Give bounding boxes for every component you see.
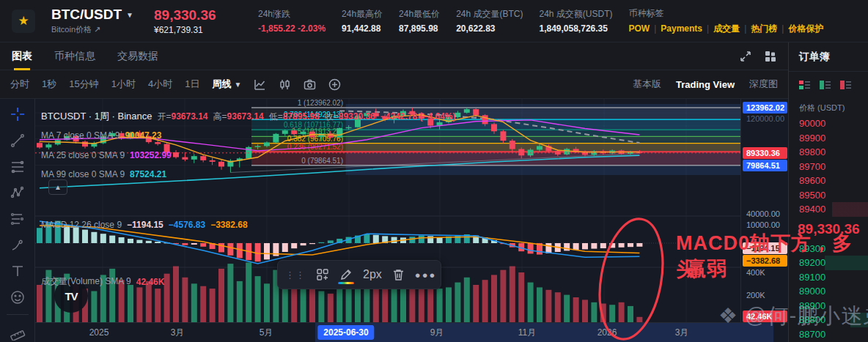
symbol-title[interactable]: BTCUSDT · 1周 · Binance [41,110,152,123]
text-tool[interactable] [5,261,30,281]
ma7-legend[interactable]: MA 7 close 0 SMA 990047.23 [41,130,161,141]
orderbook-both-icon[interactable] [799,80,811,90]
pair-block[interactable]: BTC/USDT▼ Bitcoin价格 ↗ [51,7,138,35]
section-tabs: 图表 币种信息 交易数据 [0,42,788,70]
mode-depth[interactable]: 深度图 [749,78,778,91]
pair-subtitle[interactable]: Bitcoin价格 ↗ [51,24,138,35]
candlestick-icon[interactable] [279,78,291,91]
price-axis-label: 79864.51 [743,160,787,171]
mode-basic[interactable]: 基本版 [633,78,661,91]
tab-trading-data[interactable]: 交易数据 [117,42,158,70]
stat-label: 24h 成交量(BTC) [456,8,523,21]
tag-link[interactable]: POW [629,23,650,34]
price-axis-label: 123962.02 [743,102,787,114]
bid-row[interactable]: 89300 [789,242,868,256]
orderbook-last-price[interactable]: 89,330.36 [789,217,868,242]
time-axis[interactable]: 20253月5月2025-06-309月11月20263月 [35,322,788,342]
trendline-tool[interactable] [5,131,30,151]
orderbook-bids-icon[interactable] [820,80,831,90]
camera-icon[interactable] [304,78,316,91]
bid-row[interactable]: 88700 [789,327,868,342]
tf-minutes[interactable]: 分时 [10,78,29,91]
color-pencil-icon[interactable] [339,268,353,281]
tf-1d[interactable]: 1日 [185,78,199,91]
ruler-tool[interactable] [5,322,30,342]
ask-row[interactable]: 89400 [789,202,868,217]
line-chart-icon[interactable] [254,78,266,91]
stat-value: 20,622.83 [456,23,523,34]
pattern-tool[interactable] [5,183,30,203]
crosshair-tool[interactable] [5,105,30,124]
price-axis[interactable]: 123962.02120000.0089330.3679864.5140000.… [740,99,788,322]
orderbook-panel: 订单簿 价格 (USDT) 90000899008980089700896008… [788,42,868,342]
price-axis-label: 200K [741,291,789,300]
tag-link[interactable]: Payments [661,23,702,34]
tag-link[interactable]: 成交量 [713,23,740,35]
market-header: ★ BTC/USDT▼ Bitcoin价格 ↗ 89,330.36 ¥621,7… [0,0,868,42]
chart-toolbar: 分时 1秒 15分钟 1小时 4小时 1日 周线▼ 基本版 Trading Vi… [0,70,788,99]
volume-legend[interactable]: 成交量(Volume) SMA 9 42.46K [41,275,164,288]
tf-1h[interactable]: 1小时 [111,78,136,91]
stat-label: 24h最高价 [342,8,383,21]
favorite-button[interactable]: ★ [12,10,35,33]
collapse-legend-button[interactable]: ▲ [48,179,67,195]
time-axis-label: 2025 [89,327,109,338]
bid-row[interactable]: 89200 [789,256,868,270]
tab-chart[interactable]: 图表 [12,42,32,70]
price-axis-label: 40000.00 [741,209,789,218]
orderbook-title: 订单簿 [789,42,868,72]
add-indicator-icon[interactable] [328,78,341,91]
chart-area[interactable]: 1 (123962.02)0.786 (114929.13)0.618 (107… [0,99,788,342]
position-tool[interactable] [5,209,30,229]
drawing-floating-toolbar: ⋮⋮ 2px ●●● [277,260,441,289]
price-axis-label: 89330.36 [743,147,787,159]
ma25-legend[interactable]: MA 25 close 0 SMA 9103252.99 [41,150,172,160]
tag-link[interactable]: 价格保护 [788,23,823,35]
macd-legend[interactable]: MACD 12 26 close 9 −1194.15 −4576.83 −33… [41,220,248,230]
stat-change: 24h涨跌 -1,855.22 -2.03% [258,8,326,34]
bid-row[interactable]: 88900 [789,299,868,313]
bids-list: 89300892008910089000889008880088700 [789,242,868,342]
template-icon[interactable] [316,268,329,281]
ask-row[interactable]: 89900 [789,131,868,146]
price-axis-label: 10000.00 [741,220,789,229]
ask-row[interactable]: 89800 [789,145,868,160]
tag-link[interactable]: 热门榜 [751,23,777,35]
layout-grid-icon[interactable] [765,51,776,62]
ask-row[interactable]: 89600 [789,174,868,188]
chart-section: 图表 币种信息 交易数据 分时 1秒 15分钟 1小时 4小时 1日 周线▼ [0,42,788,342]
ma99-legend[interactable]: MA 99 close 0 SMA 987524.21 [41,169,166,179]
tf-15m[interactable]: 15分钟 [69,78,98,91]
time-axis-label: 9月 [430,327,444,339]
ask-row[interactable]: 89700 [789,160,868,174]
bid-row[interactable]: 89100 [789,270,868,285]
brush-tool[interactable] [5,235,30,255]
fullscreen-icon[interactable] [740,51,751,62]
stat-label: 24h涨跌 [258,8,326,21]
time-axis-label: 2026 [597,327,617,338]
tf-selected-weekly[interactable]: 周线▼ [212,78,241,91]
trash-icon[interactable] [392,268,405,281]
more-options-icon[interactable]: ●●● [415,269,437,280]
tab-coin-info[interactable]: 币种信息 [54,42,95,70]
orderbook-view-toggles [789,72,868,98]
ask-row[interactable]: 89500 [789,188,868,203]
bid-row[interactable]: 89000 [789,284,868,299]
price-axis-label: 120000.00 [741,114,789,123]
drag-handle-icon[interactable]: ⋮⋮ [285,269,306,280]
fib-retracement-tool[interactable] [5,157,30,176]
bid-row[interactable]: 88800 [789,313,868,327]
tf-4h[interactable]: 4小时 [148,78,172,91]
tf-1s[interactable]: 1秒 [42,78,56,91]
emoji-tool[interactable] [5,288,30,308]
time-axis-label: 3月 [171,327,185,339]
tags-label: 币种标签 [629,7,824,20]
mode-tradingview[interactable]: Trading View [676,79,735,90]
line-width-button[interactable]: 2px [363,268,382,281]
binance-trading-page: ★ BTC/USDT▼ Bitcoin价格 ↗ 89,330.36 ¥621,7… [0,0,868,342]
price-block: 89,330.36 ¥621,739.31 [154,7,242,35]
ohlc-legend: BTCUSDT · 1周 · Binance 开=93673.14 高=9367… [41,110,456,123]
orderbook-asks-icon[interactable] [840,80,852,90]
ask-row[interactable]: 90000 [789,116,868,131]
time-axis-label: 11月 [518,327,536,339]
